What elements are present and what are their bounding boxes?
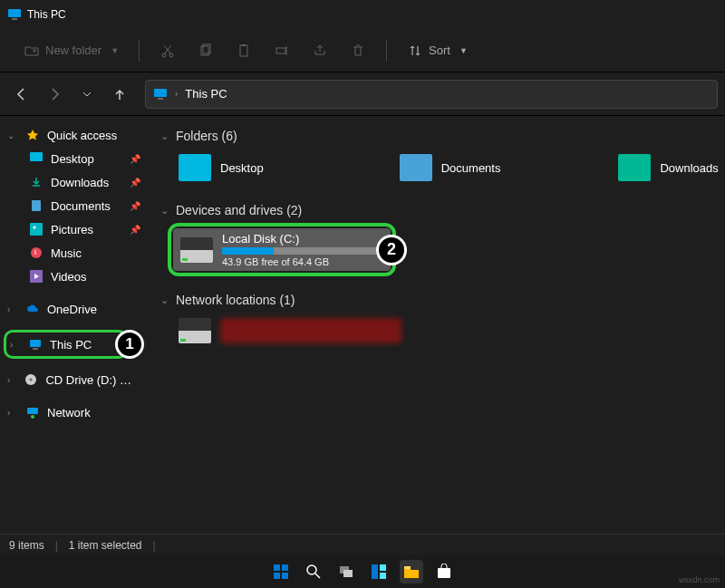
address-bar[interactable]: › This PC — [145, 80, 718, 109]
sidebar-label: Downloads — [51, 176, 109, 189]
folder-downloads[interactable]: Downloads — [618, 154, 718, 181]
new-folder-button[interactable]: New folder ▼ — [14, 37, 128, 64]
content: ⌄Folders (6) Desktop Documents Downloads… — [150, 116, 725, 537]
drive-free-text: 43.9 GB free of 64.4 GB — [222, 256, 383, 267]
svg-rect-0 — [8, 9, 21, 17]
sidebar-label: CD Drive (D:) Virtual — [45, 373, 139, 387]
chevron-right-icon: › — [7, 304, 18, 314]
sidebar-label: Documents — [51, 199, 111, 213]
svg-rect-29 — [343, 570, 353, 577]
separator — [139, 40, 140, 62]
widgets-button[interactable] — [367, 560, 391, 583]
cut-button[interactable] — [150, 37, 185, 64]
sidebar-item-pictures[interactable]: Pictures📌 — [4, 217, 146, 241]
svg-rect-6 — [240, 45, 247, 56]
network-drive-icon — [179, 318, 211, 343]
svg-point-22 — [31, 415, 34, 419]
sidebar-item-desktop[interactable]: Desktop📌 — [4, 147, 146, 170]
nav-row: › This PC — [0, 72, 725, 116]
folder-icon — [400, 154, 432, 181]
disc-icon — [24, 372, 38, 387]
sidebar-onedrive[interactable]: ›OneDrive — [4, 297, 146, 321]
sidebar-label: This PC — [50, 338, 92, 352]
search-button[interactable] — [302, 560, 325, 583]
redacted-label — [220, 318, 401, 343]
chevron-down-icon: ▼ — [111, 46, 119, 55]
paste-button[interactable] — [227, 37, 261, 64]
chevron-down-icon: ⌄ — [7, 130, 18, 140]
local-disk-c[interactable]: Local Disk (C:) 43.9 GB free of 64.4 GB — [173, 228, 391, 271]
drive-usage-fill — [222, 247, 274, 255]
copy-icon — [198, 43, 214, 59]
group-drives[interactable]: ⌄Devices and drives (2) — [160, 198, 714, 223]
svg-rect-12 — [32, 200, 41, 211]
sidebar-quick-access[interactable]: ⌄ Quick access — [4, 123, 146, 147]
sidebar-label: Music — [51, 246, 82, 260]
annotation-badge-1: 1 — [115, 330, 144, 359]
folder-documents[interactable]: Documents — [400, 154, 501, 181]
videos-icon — [29, 269, 44, 284]
svg-point-15 — [31, 247, 42, 258]
toolbar: New folder ▼ Sort ▼ — [0, 29, 725, 72]
up-button[interactable] — [105, 80, 134, 109]
sidebar-label: Videos — [51, 270, 87, 284]
pin-icon: 📌 — [130, 154, 140, 164]
share-button[interactable] — [303, 37, 337, 64]
share-icon — [312, 43, 328, 59]
sidebar-item-documents[interactable]: Documents📌 — [4, 194, 146, 217]
separator: | — [153, 539, 156, 552]
sort-button[interactable]: Sort ▼ — [398, 37, 477, 64]
svg-rect-32 — [380, 573, 386, 579]
svg-rect-11 — [30, 152, 43, 161]
status-selected: 1 item selected — [69, 539, 142, 552]
separator — [386, 40, 387, 62]
start-button[interactable] — [269, 560, 293, 583]
new-folder-icon — [24, 43, 40, 59]
sidebar-item-videos[interactable]: Videos — [4, 265, 146, 288]
sidebar-label: Desktop — [51, 152, 94, 166]
sidebar-cd-drive[interactable]: ›CD Drive (D:) Virtual — [4, 368, 146, 391]
group-network[interactable]: ⌄Network locations (1) — [160, 287, 714, 313]
sidebar-this-pc[interactable]: ›This PC — [4, 330, 128, 359]
sidebar-item-music[interactable]: Music — [4, 241, 146, 265]
svg-point-20 — [30, 379, 33, 381]
sidebar-item-downloads[interactable]: Downloads📌 — [4, 170, 146, 194]
task-view-button[interactable] — [334, 560, 358, 583]
file-explorer-button[interactable] — [400, 560, 423, 583]
group-label: Devices and drives (2) — [176, 203, 302, 217]
sidebar-network[interactable]: ›Network — [4, 400, 146, 424]
cut-icon — [160, 43, 176, 59]
sort-icon — [407, 43, 423, 59]
rename-icon — [274, 43, 290, 59]
svg-rect-13 — [30, 223, 43, 236]
pictures-icon — [29, 222, 44, 236]
drive-info: Local Disk (C:) 43.9 GB free of 64.4 GB — [222, 232, 383, 267]
rename-button[interactable] — [265, 37, 299, 64]
store-button[interactable] — [432, 560, 456, 583]
recent-button[interactable] — [72, 80, 102, 109]
sidebar-label: Pictures — [51, 223, 93, 236]
breadcrumb-root[interactable]: This PC — [185, 87, 227, 101]
forward-button[interactable] — [40, 80, 69, 109]
pin-icon: 📌 — [130, 201, 140, 211]
svg-rect-17 — [30, 340, 41, 347]
taskbar — [0, 555, 725, 588]
drive-name: Local Disk (C:) — [222, 232, 383, 246]
this-pc-icon — [28, 337, 43, 352]
copy-button[interactable] — [188, 37, 223, 64]
svg-rect-8 — [276, 48, 285, 53]
svg-rect-30 — [372, 564, 378, 579]
drive-icon — [180, 237, 213, 263]
svg-rect-25 — [274, 573, 280, 579]
svg-rect-10 — [158, 98, 163, 100]
cloud-icon — [25, 302, 40, 316]
network-location[interactable] — [160, 313, 714, 349]
chevron-down-icon: ⌄ — [160, 294, 169, 306]
folder-desktop[interactable]: Desktop — [179, 154, 264, 181]
delete-button[interactable] — [341, 37, 375, 64]
svg-rect-24 — [282, 564, 288, 571]
sidebar-label: OneDrive — [47, 303, 97, 316]
drive-usage-bar — [222, 247, 383, 255]
group-folders[interactable]: ⌄Folders (6) — [160, 123, 714, 149]
back-button[interactable] — [7, 80, 36, 109]
